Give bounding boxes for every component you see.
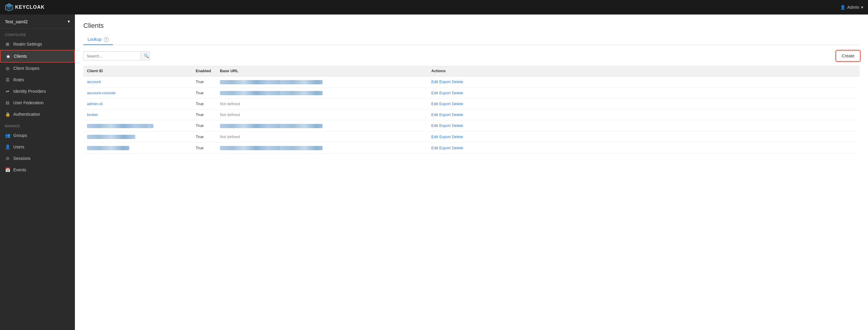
sidebar-item-authentication[interactable]: 🔒 Authentication: [0, 109, 75, 120]
cell-enabled: True: [192, 131, 216, 142]
action-export-link[interactable]: Export: [439, 91, 451, 95]
client-id-link[interactable]: broker: [87, 113, 98, 117]
sidebar-item-events[interactable]: 📅 Events: [0, 164, 75, 176]
sidebar-item-identity-providers[interactable]: ⇌ Identity Providers: [0, 86, 75, 97]
sidebar-item-sessions[interactable]: ⊙ Sessions: [0, 153, 75, 164]
action-delete-link[interactable]: Delete: [452, 80, 463, 84]
action-edit-link[interactable]: Edit: [431, 123, 438, 128]
main-layout: Test_saml2 ▾ Configure ⊞ Realm Settings …: [0, 14, 868, 330]
events-icon: 📅: [5, 167, 10, 173]
action-edit-link[interactable]: Edit: [431, 113, 438, 117]
cell-base-url-blurred: ████████████████████████████████████████: [220, 146, 322, 150]
action-delete-link[interactable]: Delete: [452, 123, 463, 128]
sidebar-item-label: Clients: [14, 54, 27, 59]
action-delete-link[interactable]: Delete: [452, 146, 463, 150]
realm-settings-icon: ⊞: [5, 41, 10, 47]
sidebar: Test_saml2 ▾ Configure ⊞ Realm Settings …: [0, 14, 75, 330]
client-id-link[interactable]: account: [87, 80, 101, 84]
action-export-link[interactable]: Export: [439, 123, 451, 128]
table-row: brokerTrueNot definedEditExportDelete: [83, 110, 860, 120]
sidebar-item-user-federation[interactable]: ⊟ User Federation: [0, 97, 75, 109]
cell-base-url-blurred: ████████████████████████████████████████: [220, 124, 322, 128]
sidebar-item-label: Sessions: [13, 156, 31, 161]
col-header-enabled: Enabled: [192, 66, 216, 77]
client-id-link[interactable]: account-console: [87, 91, 116, 95]
sidebar-item-label: Groups: [13, 133, 27, 138]
realm-name: Test_saml2: [5, 19, 28, 24]
user-icon: 👤: [840, 5, 845, 10]
col-header-client-id: Client ID: [83, 66, 192, 77]
user-federation-icon: ⊟: [5, 100, 10, 106]
sidebar-item-label: Roles: [13, 78, 24, 82]
sidebar-item-label: User Federation: [13, 100, 43, 105]
sidebar-item-label: Users: [13, 145, 25, 149]
sidebar-item-realm-settings[interactable]: ⊞ Realm Settings: [0, 38, 75, 50]
action-delete-link[interactable]: Delete: [452, 91, 463, 95]
table-row: admin-cliTrueNot definedEditExportDelete: [83, 98, 860, 110]
tabs: Lookup ?: [83, 34, 860, 45]
page-title: Clients: [83, 22, 860, 30]
action-export-link[interactable]: Export: [439, 101, 451, 106]
realm-selector[interactable]: Test_saml2 ▾: [0, 14, 75, 29]
tab-help-icon[interactable]: ?: [104, 37, 109, 42]
sidebar-item-roles[interactable]: ☰ Roles: [0, 74, 75, 86]
search-wrap: 🔍: [83, 51, 150, 60]
action-edit-link[interactable]: Edit: [431, 101, 438, 106]
user-name: Admin: [847, 5, 859, 10]
roles-icon: ☰: [5, 77, 10, 83]
authentication-icon: 🔒: [5, 112, 10, 117]
action-edit-link[interactable]: Edit: [431, 91, 438, 95]
action-export-link[interactable]: Export: [439, 134, 451, 139]
search-input[interactable]: [84, 52, 141, 60]
cell-actions: EditExportDelete: [428, 77, 860, 88]
col-header-base-url: Base URL: [216, 66, 428, 77]
table-row: account-consoleTrue█████████████████████…: [83, 87, 860, 98]
clients-table: Client ID Enabled Base URL Actions accou…: [83, 66, 860, 153]
cell-enabled: True: [192, 120, 216, 131]
cell-actions: EditExportDelete: [428, 110, 860, 120]
cell-enabled: True: [192, 110, 216, 120]
user-menu[interactable]: 👤 Admin ▾: [840, 5, 863, 10]
main-content: Clients Lookup ? 🔍 Create Client ID Enab…: [75, 14, 868, 330]
manage-section-label: Manage: [0, 120, 75, 130]
action-edit-link[interactable]: Edit: [431, 80, 438, 84]
sidebar-item-label: Events: [13, 168, 26, 172]
cell-enabled: True: [192, 87, 216, 98]
cell-base-url-blurred: ████████████████████████████████████████: [220, 80, 322, 84]
sidebar-item-users[interactable]: 👤 Users: [0, 141, 75, 153]
tab-lookup[interactable]: Lookup ?: [83, 34, 113, 45]
client-id-link[interactable]: admin-cli: [87, 101, 103, 106]
user-dropdown-icon: ▾: [861, 5, 863, 10]
cell-actions: EditExportDelete: [428, 120, 860, 131]
cell-base-url-not-defined: Not defined: [220, 134, 240, 139]
realm-chevron: ▾: [68, 19, 70, 24]
sidebar-item-label: Authentication: [13, 112, 40, 117]
action-delete-link[interactable]: Delete: [452, 134, 463, 139]
cell-enabled: True: [192, 98, 216, 110]
cell-actions: EditExportDelete: [428, 98, 860, 110]
table-row: ███████████████████TrueNot definedEditEx…: [83, 131, 860, 142]
action-export-link[interactable]: Export: [439, 146, 451, 150]
table-row: accountTrue█████████████████████████████…: [83, 77, 860, 88]
sidebar-item-groups[interactable]: 👥 Groups: [0, 130, 75, 141]
col-header-actions: Actions: [428, 66, 860, 77]
action-edit-link[interactable]: Edit: [431, 134, 438, 139]
top-nav: KEYCLOAK 👤 Admin ▾: [0, 0, 868, 14]
cell-actions: EditExportDelete: [428, 142, 860, 153]
cell-base-url-not-defined: Not defined: [220, 101, 240, 106]
sidebar-item-label: Realm Settings: [13, 42, 42, 47]
users-icon: 👤: [5, 144, 10, 150]
action-delete-link[interactable]: Delete: [452, 113, 463, 117]
table-row: ███████████████████True█████████████████…: [83, 142, 860, 153]
search-button[interactable]: 🔍: [141, 52, 150, 60]
action-export-link[interactable]: Export: [439, 80, 451, 84]
action-delete-link[interactable]: Delete: [452, 101, 463, 106]
action-export-link[interactable]: Export: [439, 113, 451, 117]
cell-actions: EditExportDelete: [428, 87, 860, 98]
action-edit-link[interactable]: Edit: [431, 146, 438, 150]
create-button[interactable]: Create: [837, 51, 860, 61]
sidebar-item-clients[interactable]: ◉ Clients: [0, 50, 75, 63]
cell-base-url-not-defined: Not defined: [220, 113, 240, 117]
sidebar-item-client-scopes[interactable]: ◎ Client Scopes: [0, 63, 75, 74]
brand-name: KEYCLOAK: [15, 4, 45, 10]
